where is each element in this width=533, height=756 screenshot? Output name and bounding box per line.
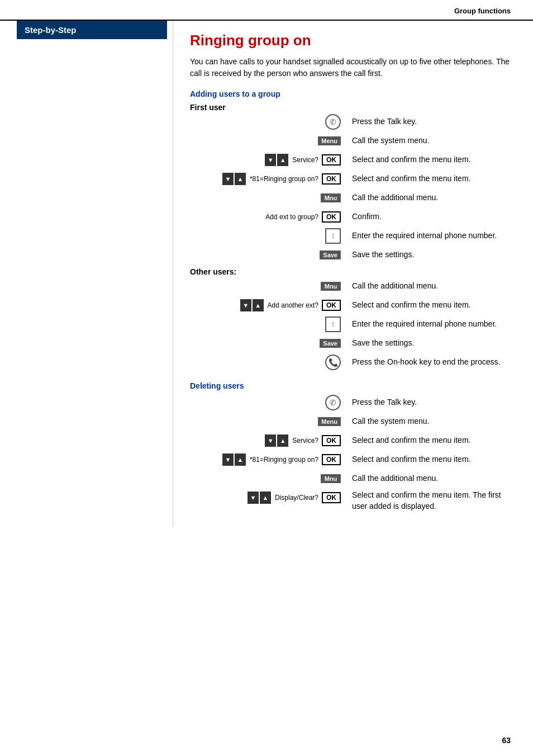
ok-button[interactable]: OK — [322, 435, 341, 446]
step-row: Mnu Call the additional menu. — [190, 471, 511, 486]
step-item-label: Display/Clear? — [275, 494, 318, 502]
step-right: Enter the required internal phone number… — [346, 316, 511, 332]
arrow-group: ▼ ▲ — [240, 299, 264, 311]
down-arrow[interactable]: ▼ — [222, 453, 234, 466]
up-arrow[interactable]: ▲ — [235, 453, 246, 466]
step-by-step-header: Step-by-Step — [17, 21, 167, 39]
menu-button[interactable]: Menu — [318, 136, 341, 145]
down-arrow[interactable]: ▼ — [240, 299, 251, 311]
menu-button[interactable]: Menu — [318, 417, 341, 426]
up-arrow[interactable]: ▲ — [277, 434, 288, 447]
step-row: ▼ ▲ Add another ext? OK Select and confi… — [190, 297, 511, 313]
ok-button[interactable]: OK — [322, 211, 341, 223]
right-steps-container: First user ✆ Press the Talk key. Menu Ca… — [190, 103, 511, 512]
step-left: Add ext to group? OK — [190, 209, 346, 225]
save-button[interactable]: Save — [320, 251, 341, 259]
step-right: Call the additional menu. — [346, 190, 511, 206]
step-row: ▼ ▲ Service? OK Select and confirm the m… — [190, 152, 511, 168]
talk-key-icon: ✆ — [325, 395, 341, 410]
step-left: Mnu — [190, 471, 346, 486]
talk-key-icon: ✆ — [325, 114, 341, 130]
step-right: Select and confirm the menu item. — [346, 452, 511, 467]
step-item-label: *81=Ringing group on? — [250, 175, 318, 183]
deleting-users-title: Deleting users — [190, 381, 511, 390]
step-item-label: Add ext to group? — [265, 213, 318, 221]
step-item-label: *81=Ringing group on? — [250, 456, 318, 464]
step-row: Save Save the settings. — [190, 247, 511, 263]
mnu-button[interactable]: Mnu — [321, 193, 341, 202]
step-left: ⁝ — [190, 316, 346, 332]
step-right: Call the additional menu. — [346, 471, 511, 486]
left-column: Step-by-Step — [0, 21, 173, 526]
step-right: Call the system menu. — [346, 414, 511, 429]
step-row: Save Save the settings. — [190, 336, 511, 351]
step-row: 📞 Press the On-hook key to end the proce… — [190, 355, 511, 370]
down-arrow[interactable]: ▼ — [265, 434, 276, 447]
save-button[interactable]: Save — [320, 339, 341, 348]
step-left: 📞 — [190, 355, 346, 370]
step-left: ▼ ▲ Service? OK — [190, 433, 346, 448]
step-row: ▼ ▲ Service? OK Select and confirm the m… — [190, 433, 511, 448]
step-row: ▼ ▲ *81=Ringing group on? OK Select and … — [190, 452, 511, 467]
step-row: ✆ Press the Talk key. — [190, 114, 511, 130]
step-right: Confirm. — [346, 209, 511, 225]
arrow-group: ▼ ▲ — [247, 492, 272, 504]
down-arrow[interactable]: ▼ — [222, 173, 234, 185]
step-right: Press the Talk key. — [346, 114, 511, 130]
arrow-group: ▼ ▲ — [222, 453, 246, 466]
mnu-button[interactable]: Mnu — [321, 282, 341, 291]
arrow-group: ▼ ▲ — [264, 434, 289, 447]
step-left: Mnu — [190, 278, 346, 294]
step-left: Menu — [190, 133, 346, 149]
arrow-group: ▼ ▲ — [264, 154, 289, 166]
step-left: ⁝ — [190, 228, 346, 244]
step-right: Select and confirm the menu item. — [346, 171, 511, 187]
up-arrow[interactable]: ▲ — [253, 299, 264, 311]
down-arrow[interactable]: ▼ — [265, 154, 276, 166]
step-row: Menu Call the system menu. — [190, 133, 511, 149]
up-arrow[interactable]: ▲ — [260, 492, 271, 504]
ok-button[interactable]: OK — [322, 454, 341, 465]
step-item-label: Service? — [292, 156, 318, 164]
step-row: ▼ ▲ Display/Clear? OK Select and confirm… — [190, 490, 511, 512]
section-intro: You can have calls to your handset signa… — [190, 56, 511, 79]
up-arrow[interactable]: ▲ — [235, 173, 246, 185]
other-users-label: Other users: — [190, 267, 511, 276]
step-row: ⁝ Enter the required internal phone numb… — [190, 228, 511, 244]
step-right: Save the settings. — [346, 247, 511, 263]
step-row: Mnu Call the additional menu. — [190, 190, 511, 206]
ok-button[interactable]: OK — [322, 173, 341, 185]
keypad-icon: ⁝ — [325, 316, 341, 332]
down-arrow[interactable]: ▼ — [248, 492, 259, 504]
step-left: ▼ ▲ *81=Ringing group on? OK — [190, 171, 346, 187]
ok-button[interactable]: OK — [322, 154, 341, 166]
step-row: Add ext to group? OK Confirm. — [190, 209, 511, 225]
up-arrow[interactable]: ▲ — [277, 154, 288, 166]
step-left: ▼ ▲ Add another ext? OK — [190, 297, 346, 313]
adding-users-title: Adding users to a group — [190, 89, 511, 98]
step-left: Mnu — [190, 190, 346, 206]
step-right: Select and confirm the menu item. — [346, 152, 511, 168]
step-right: Save the settings. — [346, 336, 511, 351]
page-header: Group functions — [0, 0, 533, 21]
mnu-button[interactable]: Mnu — [321, 474, 341, 483]
step-left: ✆ — [190, 395, 346, 410]
first-user-label: First user — [190, 103, 511, 112]
header-title: Group functions — [454, 7, 511, 15]
step-left: Menu — [190, 414, 346, 429]
step-right: Select and confirm the menu item. The fi… — [346, 490, 511, 512]
ok-button[interactable]: OK — [322, 492, 341, 503]
step-left: ▼ ▲ Display/Clear? OK — [190, 490, 346, 505]
step-right: Call the additional menu. — [346, 278, 511, 294]
ok-button[interactable]: OK — [322, 300, 341, 311]
step-right: Press the On-hook key to end the process… — [346, 355, 511, 370]
section-title: Ringing group on — [190, 32, 511, 49]
step-row: ▼ ▲ *81=Ringing group on? OK Select and … — [190, 171, 511, 187]
keypad-icon: ⁝ — [325, 228, 341, 244]
step-row: ✆ Press the Talk key. — [190, 395, 511, 410]
step-right: Press the Talk key. — [346, 395, 511, 410]
step-right: Select and confirm the menu item. — [346, 297, 511, 313]
step-item-label: Service? — [292, 437, 318, 445]
step-right: Call the system menu. — [346, 133, 511, 149]
page-number: 63 — [502, 736, 511, 745]
